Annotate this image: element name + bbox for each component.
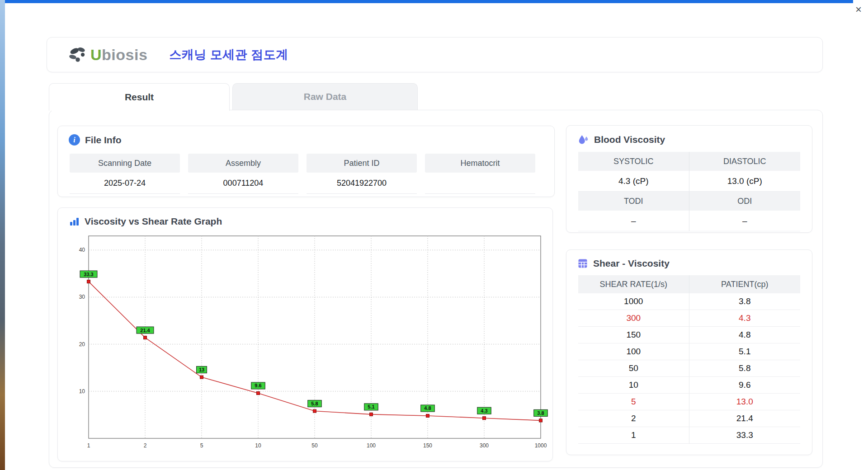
field-value <box>425 173 535 194</box>
app-title: 스캐닝 모세관 점도계 <box>169 47 288 63</box>
shear-table-row: 109.6 <box>578 377 800 394</box>
svg-text:300: 300 <box>480 442 489 449</box>
patient-column-header: PATIENT(cp) <box>689 275 801 293</box>
field-label: Patient ID <box>307 154 417 173</box>
svg-text:5.1: 5.1 <box>368 404 374 409</box>
shear-rate-cell: 1000 <box>578 293 689 310</box>
shear-rate-cell: 50 <box>578 360 689 377</box>
graph-title: Viscosity vs Shear Rate Graph <box>85 216 222 227</box>
file-info-card: i File Info Scanning Date2025-07-24Assem… <box>57 126 555 197</box>
shear-table-header-row: SHEAR RATE(1/s) PATIENT(cp) <box>578 275 800 293</box>
shear-rate-cell: 150 <box>578 327 689 343</box>
bv-value-odi: – <box>689 211 801 231</box>
file-info-grid: Scanning Date2025-07-24Assembly000711204… <box>70 154 535 194</box>
shear-rate-cell: 5 <box>578 394 689 410</box>
patient-viscosity-cell: 3.8 <box>689 293 801 310</box>
header-card: U biosis 스캐닝 모세관 점도계 <box>47 37 823 72</box>
shear-rate-column-header: SHEAR RATE(1/s) <box>578 275 689 293</box>
svg-text:13: 13 <box>199 367 204 372</box>
file-info-field: Hematocrit <box>425 154 535 194</box>
svg-text:30: 30 <box>79 294 85 300</box>
svg-text:1000: 1000 <box>535 442 547 449</box>
svg-text:4.3: 4.3 <box>481 408 487 414</box>
patient-viscosity-cell: 4.8 <box>689 327 801 343</box>
app-window: × U biosis 스캐닝 모세관 점도계 Result Raw Data i… <box>5 3 868 470</box>
patient-viscosity-cell: 5.1 <box>689 343 801 360</box>
blood-viscosity-card: Blood Viscosity SYSTOLIC DIASTOLIC 4.3 (… <box>566 125 812 233</box>
svg-text:5.8: 5.8 <box>311 401 318 406</box>
shear-table-row: 221.4 <box>578 410 800 427</box>
svg-text:100: 100 <box>367 442 376 449</box>
droplet-icon <box>577 134 589 146</box>
shear-viscosity-card: Shear - Viscosity SHEAR RATE(1/s) PATIEN… <box>566 249 812 455</box>
shear-viscosity-header: Shear - Viscosity <box>566 250 812 269</box>
ubiosis-logo: U biosis <box>68 46 147 64</box>
svg-text:50: 50 <box>311 442 318 449</box>
table-grid-icon <box>577 258 588 269</box>
field-label: Assembly <box>188 154 298 173</box>
field-value: 2025-07-24 <box>70 173 180 194</box>
viscosity-vs-shear-rate-chart: 102030401251050100150300100033.321.4139.… <box>69 232 548 459</box>
patient-viscosity-cell: 21.4 <box>689 410 801 427</box>
file-info-title: File Info <box>85 135 122 146</box>
blood-viscosity-header: Blood Viscosity <box>566 126 812 146</box>
shear-viscosity-table: SHEAR RATE(1/s) PATIENT(cp) 10003.83004.… <box>578 275 800 444</box>
graph-header: Viscosity vs Shear Rate Graph <box>58 208 552 227</box>
chart-area: 102030401251050100150300100033.321.4139.… <box>69 232 552 461</box>
shear-table-row: 513.0 <box>578 394 800 410</box>
svg-text:33.3: 33.3 <box>84 272 93 277</box>
file-info-field: Assembly000711204 <box>188 154 298 194</box>
field-value: 52041922700 <box>307 173 417 194</box>
logo-leaf-icon <box>68 46 90 64</box>
svg-text:3.8: 3.8 <box>537 410 544 416</box>
field-label: Scanning Date <box>70 154 180 173</box>
svg-text:2: 2 <box>144 442 147 449</box>
svg-text:9.6: 9.6 <box>255 383 261 388</box>
patient-viscosity-cell: 33.3 <box>689 427 801 444</box>
shear-table-row: 1005.1 <box>578 343 800 360</box>
tab-result[interactable]: Result <box>49 83 230 111</box>
bv-header-todi: TODI <box>578 192 689 211</box>
svg-text:20: 20 <box>79 341 85 348</box>
shear-table-row: 1504.8 <box>578 327 800 343</box>
shear-table-row: 3004.3 <box>578 310 800 327</box>
svg-text:40: 40 <box>79 247 85 253</box>
shear-viscosity-title: Shear - Viscosity <box>593 258 670 269</box>
desktop-background-sliver <box>0 0 5 470</box>
shear-rate-cell: 10 <box>578 377 689 394</box>
bv-value-diastolic: 13.0 (cP) <box>689 171 801 192</box>
field-label: Hematocrit <box>425 154 535 173</box>
logo-text-u: U <box>90 46 102 64</box>
shear-rate-cell: 300 <box>578 310 689 327</box>
file-info-field: Scanning Date2025-07-24 <box>70 154 180 194</box>
svg-text:10: 10 <box>79 388 85 395</box>
svg-text:21.4: 21.4 <box>140 328 150 333</box>
bv-header-diastolic: DIASTOLIC <box>689 152 801 171</box>
info-icon: i <box>69 134 80 146</box>
svg-text:4.8: 4.8 <box>424 405 431 411</box>
svg-text:1: 1 <box>87 442 90 449</box>
logo-text-biosis: biosis <box>102 46 147 64</box>
blood-viscosity-table: SYSTOLIC DIASTOLIC 4.3 (cP) 13.0 (cP) TO… <box>578 152 800 231</box>
bv-header-systolic: SYSTOLIC <box>578 152 689 171</box>
svg-text:150: 150 <box>423 442 432 449</box>
shear-table-row: 505.8 <box>578 360 800 377</box>
field-value: 000711204 <box>188 173 298 194</box>
shear-rate-cell: 100 <box>578 343 689 360</box>
window-top-edge <box>5 0 853 3</box>
shear-rate-cell: 2 <box>578 410 689 427</box>
bar-chart-icon <box>69 216 80 227</box>
viscosity-graph-card: Viscosity vs Shear Rate Graph 1020304012… <box>57 207 553 461</box>
shear-rate-cell: 1 <box>578 427 689 444</box>
tab-raw-data[interactable]: Raw Data <box>232 83 418 110</box>
shear-table-body: 10003.83004.31504.81005.1505.8109.6513.0… <box>578 293 800 444</box>
svg-text:10: 10 <box>255 442 261 449</box>
file-info-field: Patient ID52041922700 <box>307 154 417 194</box>
file-info-header: i File Info <box>58 126 554 146</box>
shear-table-row: 10003.8 <box>578 293 800 310</box>
patient-viscosity-cell: 9.6 <box>689 377 801 394</box>
bv-value-systolic: 4.3 (cP) <box>578 171 689 192</box>
svg-text:5: 5 <box>200 442 203 449</box>
shear-table-row: 133.3 <box>578 427 800 444</box>
close-icon[interactable]: × <box>855 4 862 15</box>
